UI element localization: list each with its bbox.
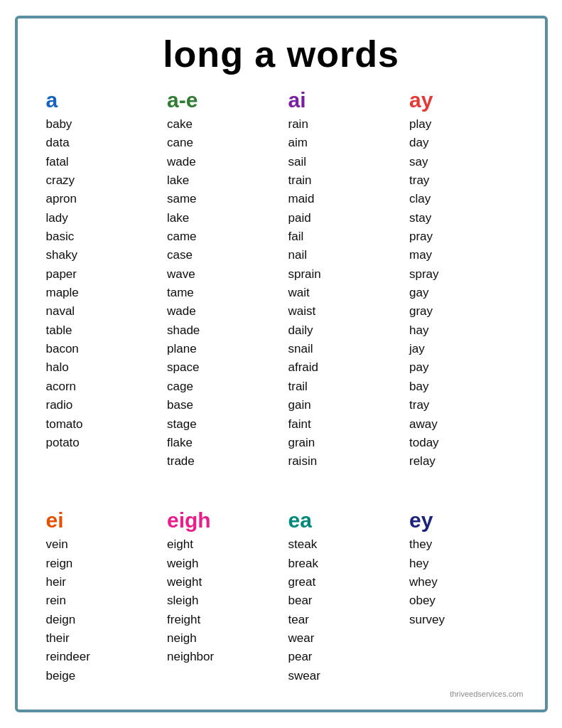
list-item: may	[409, 246, 517, 264]
list-item: basic	[46, 228, 153, 246]
list-item: came	[167, 228, 274, 246]
list-item: sprain	[288, 265, 396, 284]
list-item: neighbor	[167, 648, 274, 666]
list-item: bay	[409, 378, 517, 396]
page-container: long a words ababydatafatalcrazyapronlad…	[15, 16, 548, 712]
word-list-ey: theyheywheyobeysurvey	[409, 535, 517, 629]
list-item: potato	[46, 434, 153, 452]
word-list-ai: rainaimsailtrainmaidpaidfailnailsprainwa…	[288, 115, 396, 471]
word-list-a-e: cakecanewadelakesamelakecamecasewavetame…	[167, 115, 274, 471]
list-item: faint	[288, 415, 396, 434]
list-item: eight	[167, 535, 274, 554]
list-item: crazy	[46, 171, 153, 190]
section-header-ey: ey	[409, 508, 517, 532]
list-item: sleigh	[167, 592, 274, 610]
list-item: spray	[409, 265, 517, 284]
list-item: away	[409, 415, 517, 434]
list-item: acorn	[46, 378, 153, 396]
list-item: radio	[46, 396, 153, 414]
section-ai: airainaimsailtrainmaidpaidfailnailsprain…	[281, 88, 403, 501]
list-item: cane	[167, 134, 274, 152]
list-item: hey	[409, 555, 517, 573]
list-item: trade	[167, 452, 274, 471]
section-ay: ayplaydaysaytrayclaystaypraymayspraygayg…	[402, 88, 524, 501]
list-item: plane	[167, 340, 274, 358]
list-item: lady	[46, 209, 153, 228]
section-header-eigh: eigh	[167, 508, 274, 532]
list-item: table	[46, 321, 153, 340]
list-item: survey	[409, 611, 517, 629]
list-item: shade	[167, 321, 274, 340]
list-item: pear	[288, 648, 396, 666]
section-a: ababydatafatalcrazyapronladybasicshakypa…	[39, 88, 161, 501]
list-item: reindeer	[46, 648, 153, 666]
word-list-eigh: eightweighweightsleighfreightneighneighb…	[167, 535, 274, 666]
list-item: freight	[167, 611, 274, 629]
section-eigh: eigheightweighweightsleighfreightneighne…	[160, 508, 281, 685]
list-item: grain	[288, 434, 396, 452]
list-item: they	[409, 535, 517, 554]
word-list-ay: playdaysaytrayclaystaypraymayspraygaygra…	[409, 115, 517, 471]
list-item: whey	[409, 573, 517, 592]
section-header-ai: ai	[288, 88, 396, 112]
list-item: fatal	[46, 153, 153, 171]
list-item: waist	[288, 302, 396, 321]
list-item: wade	[167, 302, 274, 321]
list-item: tame	[167, 284, 274, 302]
list-item: halo	[46, 358, 153, 377]
list-item: paper	[46, 265, 153, 284]
list-item: day	[409, 134, 517, 152]
list-item: tomato	[46, 415, 153, 434]
list-item: daily	[288, 321, 396, 340]
list-item: tray	[409, 396, 517, 414]
list-item: say	[409, 153, 517, 171]
list-item: afraid	[288, 358, 396, 377]
list-item: tray	[409, 171, 517, 190]
list-item: pay	[409, 358, 517, 377]
list-item: wave	[167, 265, 274, 284]
list-item: lake	[167, 171, 274, 190]
word-list-a: babydatafatalcrazyapronladybasicshakypap…	[46, 115, 153, 452]
list-item: gay	[409, 284, 517, 302]
list-item: sail	[288, 153, 396, 171]
list-item: baby	[46, 115, 153, 134]
section-header-a-e: a-e	[167, 88, 274, 112]
list-item: their	[46, 629, 153, 648]
list-item: paid	[288, 209, 396, 228]
list-item: cake	[167, 115, 274, 134]
list-item: base	[167, 396, 274, 414]
list-item: wait	[288, 284, 396, 302]
list-item: flake	[167, 434, 274, 452]
section-header-ay: ay	[409, 88, 517, 112]
list-item: space	[167, 358, 274, 377]
list-item: break	[288, 555, 396, 573]
list-item: pray	[409, 228, 517, 246]
list-item: rein	[46, 592, 153, 610]
section-header-ei: ei	[46, 508, 153, 532]
list-item: fail	[288, 228, 396, 246]
list-item: great	[288, 573, 396, 592]
list-item: play	[409, 115, 517, 134]
list-item: today	[409, 434, 517, 452]
list-item: bear	[288, 592, 396, 610]
list-item: swear	[288, 667, 396, 685]
top-grid: ababydatafatalcrazyapronladybasicshakypa…	[39, 88, 524, 501]
list-item: reign	[46, 555, 153, 573]
section-ea: easteakbreakgreatbeartearwearpearswear	[281, 508, 403, 685]
word-list-ei: veinreignheirreindeigntheirreindeerbeige	[46, 535, 153, 685]
section-header-a: a	[46, 88, 153, 112]
list-item: train	[288, 171, 396, 190]
list-item: hay	[409, 321, 517, 340]
list-item: wear	[288, 629, 396, 648]
list-item: beige	[46, 667, 153, 685]
bottom-grid: eiveinreignheirreindeigntheirreindeerbei…	[39, 508, 524, 685]
word-list-ea: steakbreakgreatbeartearwearpearswear	[288, 535, 396, 685]
list-item: tear	[288, 611, 396, 629]
list-item: gray	[409, 302, 517, 321]
page-title: long a words	[39, 33, 524, 75]
list-item: heir	[46, 573, 153, 592]
list-item: neigh	[167, 629, 274, 648]
list-item: maid	[288, 190, 396, 208]
list-item: naval	[46, 302, 153, 321]
list-item: clay	[409, 190, 517, 208]
